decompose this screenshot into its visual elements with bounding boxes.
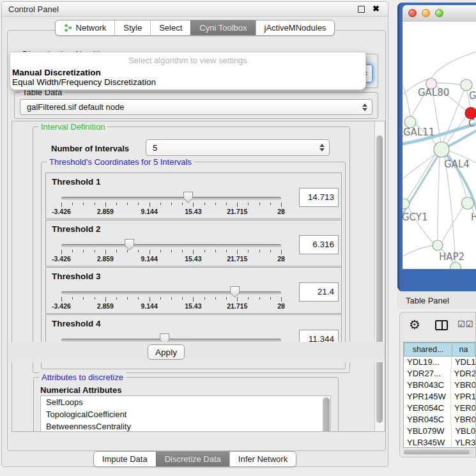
slider-tick — [281, 250, 282, 254]
slider-tick — [226, 297, 227, 300]
dropdown-option[interactable]: Manual Discretization — [12, 68, 101, 77]
slider-tick — [182, 297, 183, 300]
bottom-tab-discretize-data[interactable]: Discretize Data — [156, 452, 229, 466]
slider-thumb[interactable] — [125, 239, 134, 250]
network-canvas[interactable]: GAL80GACGAL11GAL4GCY1HHAP2 — [403, 22, 476, 269]
network-node[interactable] — [462, 197, 474, 210]
num-intervals-combobox[interactable]: 5 — [146, 139, 330, 156]
table-cell[interactable]: YBL0 — [452, 426, 475, 437]
network-node-label: GAL80 — [418, 87, 449, 98]
table-cell[interactable]: YLR345W — [404, 437, 452, 448]
table-cell[interactable]: YDL19... — [404, 357, 452, 368]
slider-tick — [150, 297, 150, 302]
table-row[interactable]: YBR045CYBR0 — [404, 414, 475, 426]
table-hscrollbar-track[interactable] — [403, 449, 473, 455]
slider-thumb[interactable] — [183, 192, 193, 203]
table-cell[interactable]: YER0 — [451, 403, 475, 414]
table-row[interactable]: YBR043CYBR0 — [404, 380, 475, 391]
tab-cyni-toolbox[interactable]: Cyni Toolbox — [190, 20, 255, 35]
slider-tick — [138, 297, 139, 300]
slider-tick — [150, 203, 150, 207]
network-node[interactable] — [403, 199, 410, 209]
table-row[interactable]: YBL079WYBL0 — [404, 426, 475, 437]
network-node[interactable] — [450, 263, 461, 270]
table-columns-icon[interactable] — [435, 320, 448, 330]
table-cell[interactable]: YDR2 — [451, 368, 475, 380]
float-icon[interactable] — [358, 6, 365, 13]
combo-spinner-icon — [362, 104, 367, 111]
attribute-list-item[interactable]: SelfLoops — [41, 396, 330, 408]
network-node-label: H — [471, 211, 476, 223]
dropdown-option[interactable]: Equal Width/Frequency Discretization — [12, 77, 156, 87]
slider-tick — [270, 297, 271, 300]
threshold-label: Threshold 1 — [52, 177, 101, 187]
network-node[interactable] — [461, 79, 472, 91]
panel-scrollbar-track[interactable] — [374, 121, 385, 431]
table-cell[interactable]: YDR27... — [404, 368, 451, 380]
list-scrollbar-thumb[interactable] — [323, 397, 330, 432]
gear-icon[interactable]: ⚙ — [409, 317, 420, 332]
table-header-row: shared... na — [404, 342, 475, 357]
bottom-tab-infer-network[interactable]: Infer Network — [229, 452, 296, 466]
table-row[interactable]: YDL19...YDL1 — [404, 357, 475, 368]
slider-track[interactable] — [61, 244, 281, 247]
network-icon — [64, 24, 72, 32]
slider-track[interactable] — [61, 197, 281, 200]
table-cell[interactable]: YBR043C — [404, 380, 451, 391]
top-tabstrip: NetworkStyleSelectCyni ToolboxjActiveMNo… — [2, 20, 388, 36]
slider-thumb[interactable] — [230, 286, 240, 298]
slider-tick — [237, 297, 238, 302]
slider-tick-label: 9.144 — [141, 302, 157, 310]
slider-tick — [72, 250, 73, 252]
slider-track[interactable] — [61, 291, 281, 295]
table-cell[interactable]: YER054C — [404, 403, 451, 414]
slider-tick — [193, 297, 194, 302]
slider-tick — [83, 203, 84, 205]
threshold-value-field[interactable]: 14.713 — [299, 188, 339, 207]
column-header-name[interactable]: na — [452, 342, 475, 357]
node-table[interactable]: shared... na YDL19...YDL1YDR27...YDR2YBR… — [403, 342, 475, 448]
attribute-list-item[interactable]: BetweennessCentrality — [41, 420, 330, 432]
table-row[interactable]: YER054CYER0 — [404, 403, 475, 414]
slider-tick — [204, 297, 205, 300]
threshold-panel: Threshold 3-3.4262.8599.14415.4321.71528… — [45, 267, 342, 314]
table-data-combobox[interactable]: galFiltered.sif default node — [20, 99, 372, 115]
numerical-attributes-list[interactable]: SelfLoopsTopologicalCoefficientBetweenne… — [40, 395, 331, 432]
tab-network[interactable]: Network — [56, 20, 115, 35]
threshold-value-field[interactable]: 6.316 — [299, 235, 339, 254]
control-panel-titlebar: Control Panel ✖ — [2, 2, 388, 17]
apply-button[interactable]: Apply — [148, 344, 185, 360]
table-cell[interactable]: YBR0 — [451, 414, 475, 426]
slider-tick — [204, 250, 205, 252]
minimize-traffic-light-icon[interactable] — [422, 9, 430, 17]
network-node[interactable] — [433, 240, 443, 250]
zoom-traffic-light-icon[interactable] — [435, 9, 443, 17]
table-cell[interactable]: YBR0 — [451, 380, 475, 391]
slider-tick — [105, 250, 106, 254]
table-cell[interactable]: YBR045C — [404, 414, 451, 426]
slider-tick-label: 28 — [277, 302, 285, 310]
table-hscrollbar-thumb[interactable] — [404, 450, 470, 454]
threshold-value-field[interactable]: 21.4 — [299, 282, 339, 302]
table-cell[interactable]: YLR3 — [452, 437, 475, 448]
network-node[interactable] — [434, 142, 449, 157]
table-row[interactable]: YLR345WYLR3 — [404, 437, 475, 448]
settings-scrollpane: Interval Definition Number of Intervals … — [12, 121, 385, 432]
table-row[interactable]: YPR145WYPR1 — [404, 391, 475, 403]
close-traffic-light-icon[interactable] — [408, 9, 417, 17]
column-header-shared-name[interactable]: shared... — [404, 342, 452, 357]
checkbox-pair-icon[interactable]: ☑☑ — [457, 319, 473, 329]
table-cell[interactable]: YPR145W — [404, 391, 451, 403]
table-cell[interactable]: YBL079W — [404, 426, 452, 437]
bottom-tab-impute-data[interactable]: Impute Data — [94, 452, 156, 466]
table-cell[interactable]: YDL1 — [452, 357, 475, 368]
panel-scrollbar-thumb[interactable] — [376, 135, 383, 423]
tab-style[interactable]: Style — [114, 20, 150, 35]
table-row[interactable]: YDR27...YDR2 — [404, 368, 475, 380]
tab-jactivemnodules[interactable]: jActiveMNodules — [256, 20, 335, 35]
table-cell[interactable]: YPR1 — [451, 391, 475, 403]
close-icon[interactable]: ✖ — [372, 4, 380, 13]
window-title: Control Panel — [8, 4, 59, 14]
attribute-list-item[interactable]: TopologicalCoefficient — [41, 408, 330, 420]
tab-select[interactable]: Select — [150, 20, 190, 35]
